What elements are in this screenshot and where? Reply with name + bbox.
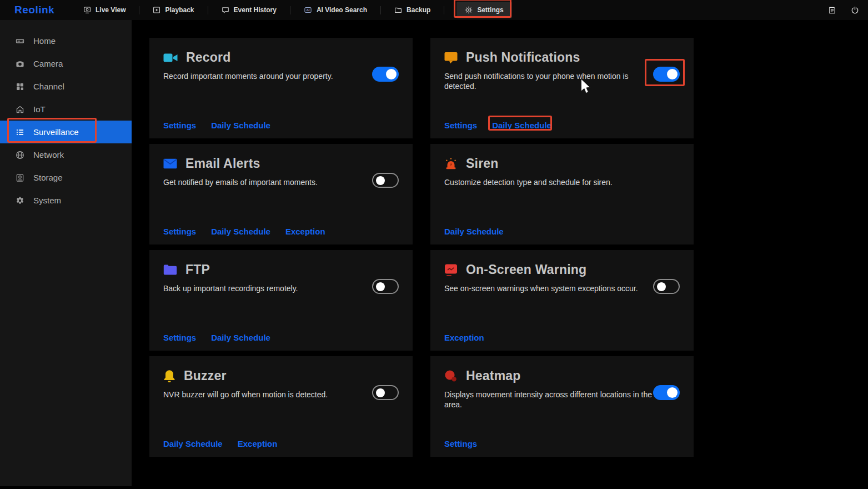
- heatmap-link-settings[interactable]: Settings: [444, 439, 477, 448]
- camera-icon: [16, 59, 24, 68]
- card-description: Displays movement intensity across diffe…: [444, 390, 659, 410]
- nav-tab-label: Backup: [407, 6, 430, 14]
- card-description: Record important moments around your pro…: [163, 71, 378, 81]
- card-header: On-Screen Warning: [444, 262, 586, 277]
- system-icon: [16, 196, 24, 205]
- sidebar-item-network[interactable]: Network: [0, 143, 132, 166]
- on-screen-warning-toggle[interactable]: [653, 279, 680, 294]
- card-title: FTP: [185, 262, 210, 277]
- record-link-settings[interactable]: Settings: [163, 121, 196, 130]
- log-icon: [828, 6, 836, 14]
- card-links: Daily ScheduleException: [163, 439, 277, 448]
- sidebar: HomeCameraChannelIoTSurveillanceNetworkS…: [0, 20, 132, 486]
- nav-divider: [444, 6, 444, 14]
- card-title: Buzzer: [184, 368, 227, 383]
- sidebar-item-label: IoT: [33, 104, 46, 114]
- card-links: SettingsDaily Schedule: [163, 333, 270, 342]
- sidebar-item-channel[interactable]: Channel: [0, 75, 132, 98]
- on-screen-warning-icon: [444, 263, 458, 277]
- backup-icon: [394, 6, 402, 14]
- email-alerts-link-daily-schedule[interactable]: Daily Schedule: [211, 227, 270, 236]
- card-description: NVR buzzer will go off when motion is de…: [163, 390, 378, 400]
- sidebar-item-label: Surveillance: [33, 127, 79, 137]
- card-push-notifications: Push NotificationsSend push notification…: [430, 38, 694, 138]
- nav-tab-playback[interactable]: Playback: [139, 0, 207, 20]
- ftp-link-daily-schedule[interactable]: Daily Schedule: [211, 333, 270, 342]
- sidebar-item-label: Network: [33, 150, 64, 159]
- top-nav-bar: Reolink Live ViewPlaybackEvent HistoryAI…: [0, 0, 868, 20]
- on-screen-warning-link-exception[interactable]: Exception: [444, 333, 484, 342]
- system-log-button[interactable]: [828, 6, 836, 14]
- ftp-link-settings[interactable]: Settings: [163, 333, 196, 342]
- nav-tab-event-history[interactable]: Event History: [208, 0, 290, 20]
- card-description: Get notified by emails of important mome…: [163, 177, 378, 187]
- sidebar-item-label: Home: [33, 36, 56, 46]
- home-icon: [16, 37, 24, 46]
- power-button[interactable]: [851, 6, 859, 14]
- card-links: SettingsDaily ScheduleException: [163, 227, 325, 236]
- nav-tab-label: Event History: [234, 6, 277, 14]
- sidebar-item-surveillance[interactable]: Surveillance: [0, 121, 132, 143]
- sidebar-item-iot[interactable]: IoT: [0, 98, 132, 121]
- sidebar-item-label: Channel: [33, 82, 64, 91]
- card-header: Push Notifications: [444, 50, 580, 65]
- email-alerts-link-settings[interactable]: Settings: [163, 227, 196, 236]
- card-description: Customize detection type and schedule fo…: [444, 177, 659, 187]
- email-alerts-link-exception[interactable]: Exception: [285, 227, 325, 236]
- sidebar-item-label: Camera: [33, 59, 63, 68]
- card-on-screen-warning: On-Screen WarningSee on-screen warnings …: [430, 250, 694, 351]
- power-icon: [851, 6, 859, 14]
- card-header: Heatmap: [444, 368, 521, 383]
- card-title: Push Notifications: [466, 50, 580, 65]
- siren-link-daily-schedule[interactable]: Daily Schedule: [444, 227, 504, 236]
- heatmap-icon: [444, 370, 458, 383]
- ai-badge-icon: AI: [304, 6, 312, 14]
- reolink-logo: Reolink: [14, 4, 54, 16]
- sidebar-item-storage[interactable]: Storage: [0, 166, 132, 189]
- surveillance-icon: [16, 128, 24, 137]
- card-links: Settings: [444, 439, 477, 448]
- nav-tab-label: Live View: [96, 6, 126, 14]
- nav-tab-ai-video-search[interactable]: AIAI Video Search: [290, 0, 380, 20]
- card-header: Buzzer: [163, 368, 227, 383]
- nav-tab-settings[interactable]: Settings: [456, 2, 511, 18]
- sidebar-item-label: Storage: [33, 173, 63, 182]
- svg-text:AI: AI: [306, 8, 309, 12]
- sidebar-item-camera[interactable]: Camera: [0, 52, 132, 75]
- buzzer-icon: [163, 370, 175, 383]
- record-toggle[interactable]: [372, 67, 399, 82]
- card-record: RecordRecord important moments around yo…: [149, 38, 413, 138]
- buzzer-toggle[interactable]: [372, 385, 399, 400]
- push-notifications-icon: [444, 52, 458, 64]
- nav-tab-backup[interactable]: Backup: [381, 0, 444, 20]
- ftp-toggle[interactable]: [372, 279, 399, 294]
- buzzer-link-daily-schedule[interactable]: Daily Schedule: [163, 439, 223, 448]
- card-title: Siren: [466, 156, 499, 171]
- card-email-alerts: Email AlertsGet notified by emails of im…: [149, 144, 413, 244]
- email-alerts-toggle[interactable]: [372, 173, 399, 188]
- card-buzzer: BuzzerNVR buzzer will go off when motion…: [149, 356, 413, 457]
- siren-icon: [444, 157, 458, 170]
- card-title: Email Alerts: [185, 156, 260, 171]
- record-link-daily-schedule[interactable]: Daily Schedule: [211, 121, 270, 130]
- nav-tab-label: Playback: [165, 6, 194, 14]
- buzzer-link-exception[interactable]: Exception: [238, 439, 278, 448]
- live-view-icon: [83, 6, 91, 14]
- heatmap-toggle[interactable]: [653, 385, 680, 400]
- sidebar-item-system[interactable]: System: [0, 189, 132, 212]
- card-title: Heatmap: [466, 368, 521, 383]
- card-title: On-Screen Warning: [466, 262, 586, 277]
- ftp-icon: [163, 265, 177, 275]
- gear-icon: [465, 6, 473, 14]
- card-description: See on-screen warnings when system excep…: [444, 283, 659, 293]
- sidebar-item-home[interactable]: Home: [0, 29, 132, 52]
- nav-tab-live-view[interactable]: Live View: [70, 0, 139, 20]
- push-notifications-link-settings[interactable]: Settings: [444, 121, 477, 130]
- push-notifications-link-daily-schedule[interactable]: Daily Schedule: [492, 121, 551, 130]
- card-links: SettingsDaily Schedule: [163, 121, 270, 130]
- card-title: Record: [186, 50, 230, 65]
- playback-icon: [153, 6, 160, 14]
- push-notifications-toggle[interactable]: [653, 67, 680, 82]
- event-history-icon: [222, 6, 229, 14]
- card-heatmap: HeatmapDisplays movement intensity acros…: [430, 356, 694, 457]
